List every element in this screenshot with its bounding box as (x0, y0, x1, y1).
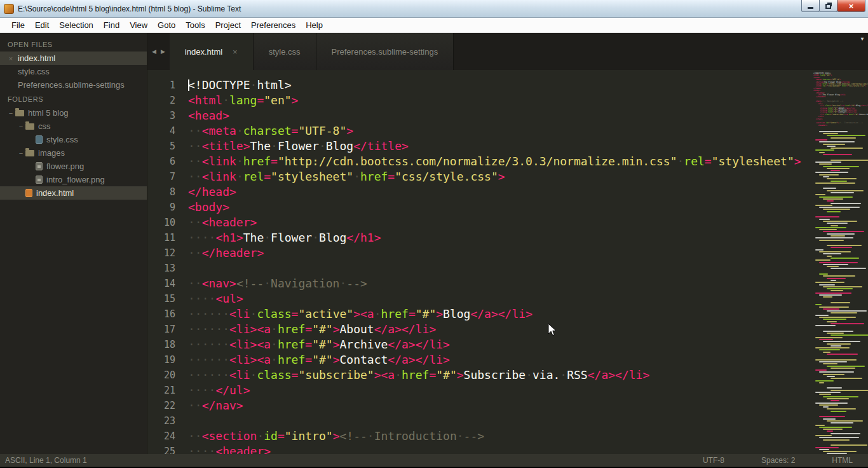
tree-item-html-5-blog[interactable]: −html 5 blog (0, 106, 147, 120)
tree-item-images[interactable]: −images (0, 146, 147, 160)
tab-scroll-left-icon[interactable]: ◀ (152, 48, 156, 55)
collapse-icon[interactable]: − (17, 123, 25, 130)
sidebar: OPEN FILES ×index.html×style.css×Prefere… (0, 33, 147, 454)
minimap-bar (819, 404, 838, 406)
tree-item-style-css[interactable]: style.css (0, 133, 147, 146)
title-bar[interactable]: E:\Source\code\html 5 blog\index.html (h… (0, 0, 868, 18)
menu-find[interactable]: Find (98, 18, 125, 32)
tab-preferences-sublime-settings[interactable]: Preferences.sublime-settings (316, 33, 454, 70)
code-text: <html·lang="en"> (184, 93, 298, 108)
open-file-index-html[interactable]: ×index.html (0, 52, 147, 65)
code-line[interactable]: 19······<li><a·href="#">Contact</a></li> (147, 352, 868, 368)
code-line[interactable]: 15····<ul> (147, 291, 868, 306)
tab-close-icon[interactable]: × (233, 47, 238, 57)
minimap-bar (831, 181, 847, 182)
tab-scroll-right-icon[interactable]: ▶ (161, 48, 165, 55)
minimap-bar (831, 345, 841, 347)
menu-selection[interactable]: Selection (54, 18, 98, 32)
line-number: 19 (147, 352, 184, 368)
code-text: ······<li><a·href="#">Contact</a></li> (184, 352, 450, 368)
restore-button[interactable] (819, 0, 837, 12)
code-line[interactable]: 25····<header> (147, 444, 868, 454)
collapse-icon[interactable]: − (6, 109, 15, 117)
minimap-bar (815, 172, 848, 173)
minimap-bar (827, 398, 849, 399)
minimap-bar (827, 233, 855, 235)
minimap-bar (831, 280, 836, 281)
code-line[interactable]: 4··<meta·charset="UTF-8"> (147, 123, 868, 139)
tab-overflow-icon[interactable]: ▼ (860, 36, 865, 42)
code-line[interactable]: 1<!DOCTYPE·html> (147, 78, 868, 93)
tab-label: index.html (185, 47, 222, 57)
code-line[interactable]: 5··<title>The·Flower·Blog</title> (147, 139, 868, 154)
code-line[interactable]: 21····</ul> (147, 383, 868, 398)
minimap-bar (831, 334, 868, 336)
folder-icon (25, 150, 34, 156)
menu-edit[interactable]: Edit (30, 18, 54, 32)
open-files-header: OPEN FILES (0, 37, 147, 52)
line-number: 18 (147, 337, 184, 352)
minimap-bar (819, 349, 840, 350)
code-line[interactable]: 7··<link·rel="stylesheet"·href="css/styl… (147, 169, 868, 184)
collapse-icon[interactable]: − (17, 149, 25, 157)
code-area[interactable]: 1<!DOCTYPE·html>2<html·lang="en">3<head>… (147, 70, 868, 454)
minimap-bar (827, 288, 853, 289)
minimap[interactable]: <!DOCTYPE html><html lang="en"><head> <m… (811, 70, 868, 454)
tab-index-html[interactable]: index.html× (170, 33, 254, 70)
code-text: ······<li><a·href="#">About</a></li> (184, 322, 436, 337)
open-file-style-css[interactable]: ×style.css (0, 65, 147, 78)
menu-project[interactable]: Project (210, 18, 246, 32)
code-line[interactable]: 17······<li><a·href="#">About</a></li> (147, 322, 868, 337)
code-line[interactable]: 22··</nav> (147, 398, 868, 413)
minimap-bar (819, 284, 835, 286)
code-line[interactable]: 12··</header> (147, 245, 868, 261)
minimap-bar (823, 429, 843, 430)
menu-view[interactable]: View (125, 18, 153, 32)
minimap-bar (819, 141, 855, 142)
minimap-bar (813, 384, 866, 387)
minimize-button[interactable] (801, 0, 820, 12)
code-line[interactable]: 13 (147, 261, 868, 276)
editor[interactable]: 1<!DOCTYPE·html>2<html·lang="en">3<head>… (147, 70, 868, 454)
minimap-bar (823, 296, 832, 298)
menu-tools[interactable]: Tools (180, 18, 210, 32)
code-line[interactable]: 24··<section·id="intro"><!--·Introductio… (147, 429, 868, 444)
minimap-bar (827, 200, 834, 202)
code-line[interactable]: 9<body> (147, 200, 868, 215)
indent-status[interactable]: Spaces: 2 (761, 456, 795, 465)
minimap-bar (831, 148, 863, 149)
tree-item-index-html[interactable]: index.html (0, 186, 147, 200)
encoding-status[interactable]: UTF-8 (703, 456, 724, 465)
menu-preferences[interactable]: Preferences (246, 18, 301, 32)
code-line[interactable]: 14··<nav><!--·Navigation·--> (147, 276, 868, 291)
code-line[interactable]: 23 (147, 413, 868, 429)
code-line[interactable]: 20······<li·class="subscribe"><a·href="#… (147, 368, 868, 383)
code-line[interactable]: 6··<link·href="http://cdn.bootcss.com/no… (147, 154, 868, 169)
minimap-bar (813, 327, 866, 329)
code-line[interactable]: 8</head> (147, 184, 868, 200)
minimap-bar (815, 403, 848, 404)
minimap-bar (823, 286, 862, 287)
tab-style-css[interactable]: style.css (254, 33, 316, 70)
code-line[interactable]: 18······<li><a·href="#">Archive</a></li> (147, 337, 868, 352)
minimap-bar (819, 449, 829, 450)
tree-item-intro-flower-png[interactable]: intro_flower.png (0, 173, 147, 186)
menu-file[interactable]: File (6, 18, 30, 32)
tree-item-flower-png[interactable]: flower.png (0, 160, 147, 173)
syntax-status[interactable]: HTML (832, 456, 853, 465)
close-button[interactable]: × (837, 0, 865, 12)
code-line[interactable]: 10··<header> (147, 215, 868, 230)
menu-help[interactable]: Help (301, 18, 328, 32)
close-file-icon[interactable]: × (6, 55, 15, 62)
code-line[interactable]: 2<html·lang="en"> (147, 93, 868, 108)
tree-item-css[interactable]: −css (0, 120, 147, 133)
open-file-preferences-sublime-settings[interactable]: ×Preferences.sublime-settings (0, 78, 147, 92)
line-number: 10 (147, 215, 184, 230)
code-line[interactable]: 3<head> (147, 108, 868, 123)
minimap-bar (827, 168, 850, 169)
minimap-bar (815, 149, 834, 151)
menu-goto[interactable]: Goto (153, 18, 180, 32)
code-line[interactable]: 16······<li·class="active"><a·href="#">B… (147, 306, 868, 322)
minimap-bar (831, 390, 868, 391)
code-line[interactable]: 11····<h1>The·Flower·Blog</h1> (147, 230, 868, 245)
